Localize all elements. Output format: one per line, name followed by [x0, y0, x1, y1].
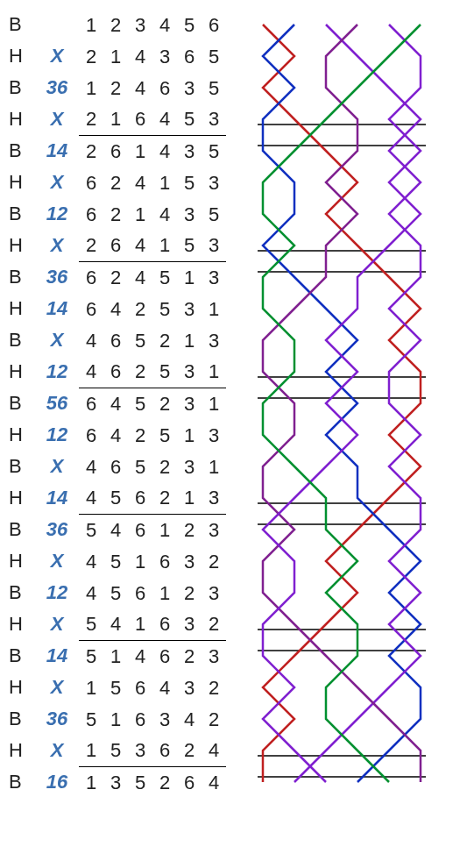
method-row: H12462531 [9, 356, 237, 388]
method-row: B36624513 [9, 261, 237, 293]
method-row: HX156432 [9, 672, 237, 703]
stroke-label: H [9, 608, 35, 640]
bell-position: 3 [202, 641, 226, 672]
bell-position: 1 [103, 704, 128, 736]
bell-position: 4 [103, 388, 128, 420]
method-row: HX214365 [9, 40, 237, 72]
bell-position: 5 [152, 420, 177, 452]
bell-position: 6 [103, 230, 128, 261]
bell-position: 6 [79, 167, 103, 199]
place-notation: X [35, 545, 79, 577]
stroke-label: B [9, 766, 35, 798]
bell-position: 2 [152, 388, 177, 420]
bell-order: 642513 [79, 419, 226, 452]
bell-order: 264153 [79, 229, 226, 262]
bell-position: 6 [103, 136, 128, 167]
bell-position: 1 [177, 482, 202, 514]
bell-order: 135264 [79, 766, 226, 799]
bell-position: 6 [152, 73, 177, 104]
bell-position: 5 [79, 704, 103, 736]
stroke-label: H [9, 735, 35, 766]
stroke-label: H [9, 545, 35, 577]
method-row: HX264153 [9, 230, 237, 261]
method-row: B36124635 [9, 72, 237, 103]
bell-position: 2 [128, 294, 152, 325]
bell-position: 3 [202, 420, 226, 452]
bell-position: 3 [152, 41, 177, 73]
stroke-label: B [9, 135, 35, 167]
bell-position: 6 [79, 262, 103, 294]
bell-position: 2 [103, 262, 128, 294]
method-row: B14514623 [9, 640, 237, 672]
bell-position: 1 [152, 167, 177, 199]
bell-position: 6 [177, 41, 202, 73]
bell-position: 4 [128, 41, 152, 73]
place-notation: X [35, 735, 79, 766]
bell-position: 4 [128, 73, 152, 104]
bell-4-line [263, 25, 421, 782]
stroke-label: H [9, 293, 35, 324]
stroke-label: H [9, 356, 35, 388]
place-notation: 36 [35, 514, 79, 545]
bell-position: 2 [177, 515, 202, 546]
bell-1-line [263, 25, 421, 782]
bell-position: 4 [79, 325, 103, 357]
bell-position: 2 [177, 641, 202, 672]
bell-position: 4 [79, 546, 103, 578]
bell-position: 5 [79, 641, 103, 672]
bell-position: 1 [128, 199, 152, 231]
place-notation: 12 [35, 577, 79, 608]
stroke-label: B [9, 451, 35, 482]
bell-position: 6 [128, 515, 152, 546]
place-notation: X [35, 608, 79, 640]
bell-order: 546123 [79, 514, 226, 546]
bell-position: 1 [103, 41, 128, 73]
method-row: BX465213 [9, 324, 237, 356]
bell-position: 4 [202, 735, 226, 766]
bell-position: 6 [79, 294, 103, 325]
stroke-label: H [9, 419, 35, 451]
bell-6-line [263, 25, 421, 782]
stroke-label: B [9, 577, 35, 608]
place-notation: 56 [35, 388, 79, 419]
bell-position: 2 [202, 672, 226, 704]
bell-position: 5 [177, 230, 202, 261]
method-row: H12642513 [9, 419, 237, 451]
bell-position: 5 [103, 578, 128, 609]
bell-position: 3 [177, 672, 202, 704]
bell-position: 5 [177, 103, 202, 135]
bell-position: 1 [128, 546, 152, 578]
bell-position: 2 [177, 735, 202, 766]
bell-position: 3 [202, 325, 226, 357]
bell-position: 2 [177, 578, 202, 609]
bell-position: 4 [152, 103, 177, 135]
bell-position: 5 [103, 482, 128, 514]
bell-position: 3 [202, 230, 226, 261]
bell-order: 261435 [79, 135, 226, 167]
method-row: BX465231 [9, 451, 237, 482]
bell-position: 4 [128, 167, 152, 199]
blue-line-diagram [245, 9, 464, 833]
method-row: HX624153 [9, 167, 237, 198]
bell-position: 5 [202, 41, 226, 73]
bell-order: 123456 [79, 9, 226, 41]
bell-position: 6 [202, 10, 226, 41]
bell-position: 3 [177, 546, 202, 578]
bell-position: 2 [152, 452, 177, 483]
bell-position: 5 [202, 199, 226, 231]
bell-position: 4 [103, 515, 128, 546]
bell-position: 2 [128, 420, 152, 452]
bell-position: 5 [79, 515, 103, 546]
bell-position: 1 [152, 515, 177, 546]
method-row: B56645231 [9, 388, 237, 419]
stroke-label: H [9, 672, 35, 703]
stroke-label: B [9, 72, 35, 103]
bell-position: 6 [152, 641, 177, 672]
bell-2-line [263, 25, 421, 782]
bell-order: 514623 [79, 640, 226, 672]
bell-position: 5 [177, 167, 202, 199]
bell-position: 5 [128, 767, 152, 799]
method-row: B123456 [9, 9, 237, 40]
bell-position: 6 [177, 767, 202, 799]
stroke-label: B [9, 9, 35, 40]
